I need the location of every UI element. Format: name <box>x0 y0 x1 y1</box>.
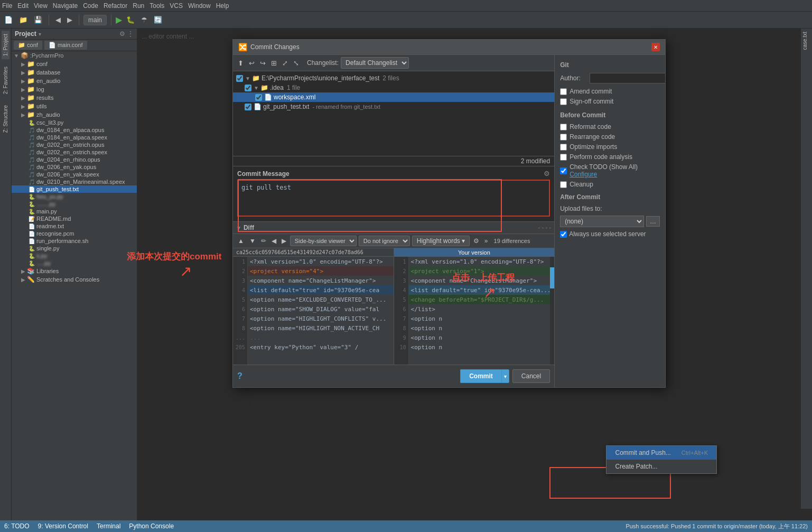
cleanup-checkbox[interactable] <box>560 181 567 188</box>
status-terminal[interactable]: Terminal <box>97 522 120 530</box>
menu-edit[interactable]: Edit <box>17 2 29 10</box>
toolbar-collapse-btn[interactable]: ⤡ <box>292 59 301 68</box>
tree-hou-yu[interactable]: 🐍 hou_yu.py <box>12 193 137 200</box>
diff-ignore-select[interactable]: Do not ignore <box>359 236 410 246</box>
status-python[interactable]: Python Console <box>129 522 174 530</box>
tree-main-py[interactable]: 🐍 main.py <box>12 208 137 215</box>
tree-dw5[interactable]: 🎵 dw_0204_en_rhino.opus <box>12 156 137 163</box>
tree-zh-audio[interactable]: ▶ 📁 zh_audio <box>12 110 137 119</box>
fwd-btn[interactable]: ▶ <box>65 15 74 25</box>
tree-log[interactable]: ▶ 📁 log <box>12 85 137 94</box>
tree-run-perf[interactable]: 📄 run_performance.sh <box>12 237 137 245</box>
file-tree-idea[interactable]: ▼ 📁 .idea 1 file <box>233 83 554 92</box>
file-tree-workspace[interactable]: 📄 workspace.xml <box>233 92 554 102</box>
project-tab[interactable]: 1: Project <box>2 31 10 59</box>
menu-refactor[interactable]: Refactor <box>104 2 127 10</box>
tree-dw8[interactable]: 🎵 dw_0210_en_Marineanimal.speex <box>12 178 137 185</box>
commit-btn[interactable]: Commit <box>460 369 501 383</box>
toolbar-group-btn[interactable]: ⊞ <box>269 59 278 68</box>
case-txt-tab[interactable]: case.txt <box>801 29 812 53</box>
tree-conf[interactable]: ▶ 📁 conf <box>12 60 137 68</box>
code-analysis-checkbox[interactable] <box>560 154 567 161</box>
tree-csc-lit3[interactable]: 🐍 csc_lit3.py <box>12 119 137 126</box>
tree-blurred1[interactable]: 🐍 ........py <box>12 200 137 208</box>
changelist-select[interactable]: Default Changelist <box>341 57 409 69</box>
root-checkbox[interactable] <box>236 75 243 82</box>
diff-next-btn[interactable]: ▶ <box>280 237 288 245</box>
diff-viewer-select[interactable]: Side-by-side viewer <box>290 236 357 246</box>
branch-btn[interactable]: main <box>83 15 107 25</box>
configure-link[interactable]: Configure <box>570 171 597 178</box>
optimize-checkbox[interactable] <box>560 144 567 151</box>
commit-push-item[interactable]: Commit and Push... Ctrl+Alt+K <box>606 446 716 460</box>
menu-vcs[interactable]: VCS <box>170 2 183 10</box>
diff-up-btn[interactable]: ▲ <box>236 237 246 245</box>
file-tree-git-push[interactable]: 📄 git_push_test.txt - renamed from git_t… <box>233 102 554 111</box>
cancel-btn[interactable]: Cancel <box>512 369 550 383</box>
tree-recognise[interactable]: 📄 recognise.pcm <box>12 230 137 237</box>
menu-file[interactable]: File <box>2 2 12 10</box>
help-btn[interactable]: ? <box>237 371 242 381</box>
diff-scrollbar-thumb[interactable] <box>550 267 554 288</box>
debug-btn[interactable]: 🐛 <box>124 15 137 25</box>
back-btn[interactable]: ◀ <box>53 15 63 25</box>
toolbar-undo-btn[interactable]: ↩ <box>247 59 256 68</box>
tree-dw1[interactable]: 🎵 dw_0184_en_alpaca.opus <box>12 126 137 134</box>
menu-navigate[interactable]: Navigate <box>53 2 78 10</box>
tree-readme-md[interactable]: 📝 README.md <box>12 215 137 222</box>
menu-view[interactable]: View <box>34 2 48 10</box>
tree-root[interactable]: ▼ 📦 :PycharmPro <box>12 51 137 60</box>
menu-run[interactable]: Run <box>133 2 144 10</box>
check-todo-checkbox[interactable] <box>560 167 567 174</box>
coverage-btn[interactable]: ☂ <box>139 15 150 25</box>
reformat-checkbox[interactable] <box>560 124 567 130</box>
diff-edit-btn[interactable]: ✏ <box>259 237 268 245</box>
tree-dw7[interactable]: 🎵 dw_0206_en_yak.speex <box>12 171 137 178</box>
tree-dw4[interactable]: 🎵 dw_0202_en_ostrich.speex <box>12 148 137 156</box>
toolbar-redo-btn[interactable]: ↪ <box>258 59 267 68</box>
amend-commit-checkbox[interactable] <box>560 88 567 95</box>
menu-window[interactable]: Window <box>188 2 211 10</box>
dialog-close-btn[interactable]: ✕ <box>651 43 660 51</box>
new-file-btn[interactable]: 📄 <box>2 15 15 25</box>
diff-header[interactable]: ▼ Diff • • • • <box>233 222 554 234</box>
commit-split-btn[interactable]: ▾ <box>501 369 509 383</box>
main-conf-tab[interactable]: 📄 main.conf <box>44 41 87 50</box>
tree-readme-txt[interactable]: 📄 readme.txt <box>12 222 137 230</box>
author-input[interactable] <box>590 73 665 83</box>
structure-tab[interactable]: Z: Structure <box>2 102 10 136</box>
tree-results[interactable]: ▶ 📁 results <box>12 94 137 102</box>
idea-checkbox[interactable] <box>245 85 251 91</box>
diff-settings-btn[interactable]: ⚙ <box>472 237 481 245</box>
tree-utils[interactable]: ▶ 📁 utils <box>12 102 137 110</box>
highlight-words-btn[interactable]: Highlight words ▾ <box>412 236 470 246</box>
tree-dw2[interactable]: 🎵 dw_0184_en_alpaca.speex <box>12 134 137 141</box>
rearrange-checkbox[interactable] <box>560 134 567 141</box>
diff-more-btn[interactable]: » <box>483 237 490 245</box>
tree-dw3[interactable]: 🎵 dw_0202_en_ostrich.opus <box>12 141 137 148</box>
upload-extra-btn[interactable]: … <box>646 216 660 227</box>
menu-code[interactable]: Code <box>83 2 98 10</box>
menu-help[interactable]: Help <box>216 2 229 10</box>
tree-scratches[interactable]: ▶ ✏️ Scratches and Consoles <box>12 275 137 284</box>
workspace-checkbox[interactable] <box>255 94 262 101</box>
tree-single-py[interactable]: 🐍 single.py <box>12 245 137 252</box>
menu-tools[interactable]: Tools <box>150 2 164 10</box>
sync-btn[interactable]: 🔄 <box>152 15 164 25</box>
project-settings-icon[interactable]: ⚙ <box>119 30 125 38</box>
status-version-control[interactable]: 9: Version Control <box>38 522 88 530</box>
tree-git-push[interactable]: 📄 git_push_test.txt <box>12 185 137 193</box>
toolbar-expand-btn[interactable]: ⤢ <box>281 59 290 68</box>
create-patch-item[interactable]: Create Patch... <box>606 460 716 473</box>
tree-database[interactable]: ▶ 📁 database <box>12 68 137 77</box>
file-tree-root[interactable]: ▼ 📁 E:\PycharmProjects\unione_interface_… <box>233 73 554 83</box>
always-server-checkbox[interactable] <box>560 231 567 238</box>
tree-blurred2[interactable]: 🐍 s.py <box>12 252 137 259</box>
save-btn[interactable]: 💾 <box>32 15 44 25</box>
tree-dw6[interactable]: 🎵 dw_0206_en_yak.opus <box>12 163 137 171</box>
tree-en-audio[interactable]: ▶ 📁 en_audio <box>12 77 137 85</box>
conf-tab[interactable]: 📁 conf <box>14 41 42 50</box>
open-btn[interactable]: 📁 <box>17 15 30 25</box>
commit-msg-settings-btn[interactable]: ⚙ <box>544 170 550 178</box>
run-btn[interactable]: ▶ <box>116 15 122 25</box>
